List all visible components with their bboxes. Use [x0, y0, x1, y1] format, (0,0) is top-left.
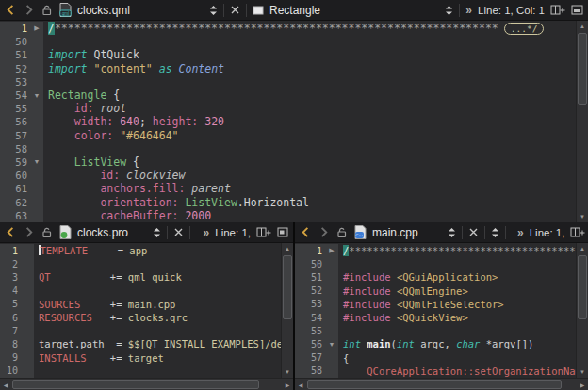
open-document-dropdown[interactable]: qml clocks.qml — [59, 3, 218, 17]
code-line: 1▶/*************************************… — [295, 244, 576, 257]
fold-column — [21, 365, 34, 378]
code-line: 63 cacheBuffer: 2000 — [0, 209, 576, 222]
scroll-up-arrow[interactable]: ▲ — [577, 243, 588, 254]
scroll-down-arrow[interactable]: ▼ — [577, 366, 588, 378]
fold-column — [30, 209, 43, 222]
fold-column — [325, 270, 338, 284]
updown-arrows-icon — [448, 227, 456, 238]
forward-button[interactable] — [23, 226, 35, 238]
code-line: 7 — [0, 324, 281, 337]
line-number: 52 — [0, 62, 30, 75]
horizontal-scrollbar[interactable]: ◀ ▶ — [0, 378, 293, 390]
open-document-dropdown[interactable]: C++ main.cpp — [354, 225, 456, 239]
code-line: 9INSTALLS += target — [0, 351, 281, 365]
code-text: INSTALLS += target — [34, 352, 281, 364]
fold-marker-icon[interactable]: ▶ — [30, 22, 43, 35]
line-number: 57 — [0, 129, 30, 142]
fold-column — [325, 284, 338, 298]
split-editor-button[interactable] — [550, 4, 565, 16]
overflow-chevron-icon[interactable]: » — [466, 4, 472, 17]
line-number: 50 — [295, 257, 325, 270]
fold-column — [30, 75, 43, 89]
code-text: SOURCES += main.cpp — [34, 299, 281, 310]
pro-file-icon — [59, 225, 72, 239]
overflow-chevron-icon[interactable]: » — [204, 226, 210, 239]
lock-icon[interactable] — [41, 226, 54, 239]
updown-arrows-icon — [153, 227, 161, 238]
fold-column — [21, 351, 34, 365]
fold-column — [325, 298, 338, 311]
lock-icon[interactable] — [335, 226, 349, 239]
line-number: 57 — [295, 351, 325, 365]
close-document-button[interactable] — [173, 227, 184, 237]
forward-button[interactable] — [23, 4, 35, 16]
fold-marker-icon[interactable]: ▶ — [325, 244, 338, 257]
horizontal-scrollbar[interactable]: ◀ ▶ — [295, 378, 588, 390]
code-text: QT += qml quick — [34, 271, 281, 283]
overflow-chevron-icon[interactable]: » — [517, 226, 524, 239]
split-editor-button[interactable] — [570, 226, 585, 238]
scrollbar-thumb[interactable] — [578, 255, 587, 319]
open-document-dropdown[interactable]: clocks.pro — [59, 225, 161, 239]
line-number: 1 — [0, 22, 30, 35]
scrollbar-thumb[interactable] — [283, 255, 292, 319]
scrollbar-thumb[interactable] — [12, 380, 259, 389]
scrollbar-thumb[interactable] — [578, 33, 587, 105]
close-split-button[interactable] — [277, 227, 288, 237]
code-editor-qml[interactable]: 1▶/*************************************… — [0, 21, 588, 222]
line-number: 51 — [295, 270, 325, 284]
scroll-down-arrow[interactable]: ▼ — [282, 366, 293, 378]
fold-marker-icon[interactable]: ▼ — [325, 337, 338, 350]
code-text: QCoreApplication::setOrganizationNam — [338, 366, 576, 377]
code-editor-cpp[interactable]: 1▶/*************************************… — [295, 243, 588, 378]
code-line: 1TEMPLATE = app — [0, 244, 281, 257]
toolbar-separator — [484, 226, 485, 239]
scroll-left-arrow[interactable]: ◀ — [295, 379, 306, 390]
vertical-scrollbar[interactable]: ▲ ▼ — [576, 21, 588, 222]
back-button[interactable] — [300, 226, 312, 238]
back-button[interactable] — [5, 226, 17, 238]
code-text: target.path = $$[QT_INSTALL_EXAMPLES]/de… — [34, 338, 281, 349]
bottom-editor-row: clocks.pro » Line: 1, 1TEMPLATE = app2 — [0, 222, 588, 390]
code-line: 58 QCoreApplication::setOrganizationNam — [295, 365, 576, 378]
scroll-right-arrow[interactable]: ▶ — [282, 379, 293, 390]
fold-column — [30, 195, 43, 208]
updown-arrows-icon — [209, 5, 218, 16]
line-number: 1 — [295, 244, 325, 257]
scroll-up-arrow[interactable]: ▲ — [577, 21, 588, 32]
close-document-button[interactable] — [468, 227, 479, 237]
filename-label: main.cpp — [372, 226, 418, 239]
scroll-down-arrow[interactable]: ▼ — [577, 211, 588, 222]
close-document-button[interactable] — [230, 5, 240, 15]
lock-icon[interactable] — [41, 4, 54, 17]
qml-file-icon: qml — [59, 3, 72, 17]
fold-column — [30, 182, 43, 195]
line-number: 7 — [0, 324, 21, 337]
code-text: /***************************************… — [338, 245, 576, 256]
scroll-up-arrow[interactable]: ▲ — [282, 243, 293, 254]
fold-marker-icon[interactable]: ▼ — [30, 89, 43, 102]
scroll-left-arrow[interactable]: ◀ — [0, 379, 11, 390]
line-number: 52 — [295, 284, 325, 298]
line-number: 10 — [0, 365, 21, 378]
forward-button[interactable] — [318, 226, 330, 238]
fold-marker-icon[interactable]: ▼ — [30, 155, 43, 169]
vertical-scrollbar[interactable]: ▲ ▼ — [576, 243, 588, 378]
symbol-outline-dropdown[interactable]: Rectangle — [253, 4, 453, 17]
symbol-outline-dropdown[interactable] — [491, 227, 499, 238]
scrollbar-thumb[interactable] — [307, 380, 562, 389]
back-button[interactable] — [5, 4, 17, 16]
fold-column — [30, 129, 43, 142]
code-line: 5SOURCES += main.cpp — [0, 298, 281, 311]
split-editor-button[interactable] — [256, 226, 271, 238]
code-text: ListView { — [43, 155, 576, 169]
code-text: #include <QQmlEngine> — [338, 285, 576, 297]
vertical-scrollbar[interactable]: ▲ ▼ — [281, 243, 293, 378]
code-line: 54▼Rectangle { — [0, 89, 576, 102]
scroll-right-arrow[interactable]: ▶ — [577, 379, 588, 390]
line-number: 3 — [0, 270, 21, 284]
code-line: 50 — [0, 35, 576, 48]
close-split-button[interactable] — [571, 5, 583, 15]
code-editor-pro[interactable]: 1TEMPLATE = app23QT += qml quick45SOURCE… — [0, 243, 293, 378]
toolbar-separator — [459, 4, 460, 17]
